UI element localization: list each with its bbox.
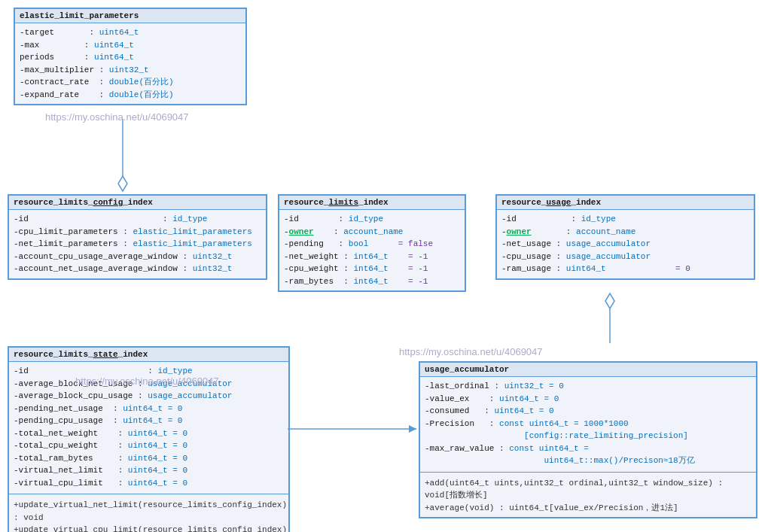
divider-usage-methods [420, 472, 756, 473]
title-usage-accumulator: usage_accumulator [420, 363, 756, 377]
body-resource-limits-index: -id : id_type -owner : account_name -pen… [279, 210, 465, 290]
field-target: -target : uint64_t [20, 26, 241, 39]
field-net-weight: -net_weight : int64_t = -1 [284, 251, 460, 263]
svg-marker-3 [605, 293, 614, 309]
methods-usage-accumulator: +add(uint64_t uints,uint32_t ordinal,uin… [420, 474, 756, 518]
field-total-net-wt: -total_net_weight : uint64_t = 0 [14, 427, 284, 440]
title-resource-limits-index: resource_limits_index [279, 196, 465, 210]
field-cpu-avg-window: -account_cpu_usage_average_window : uint… [14, 251, 261, 263]
field-max-raw-value: -max_raw_value : const uint64_t = [425, 442, 751, 455]
field-ram-usage: -ram_usage : uint64_t = 0 [501, 263, 749, 275]
field-max-raw-note: uint64_t::max()/Precison≈18万亿 [425, 454, 751, 467]
field-owner2: -owner : account_name [501, 226, 749, 239]
field-cpu-limit: -cpu_limit_parameters : elastic_limit_pa… [14, 226, 261, 239]
field-precision: -Precision : const uint64_t = 1000*1000 [425, 418, 751, 430]
body-usage-accumulator: -last_ordinal : uint32_t = 0 -value_ex :… [420, 377, 756, 470]
field-total-ram-bytes: -total_ram_bytes : uint64_t = 0 [14, 452, 284, 465]
field-id: -id : id_type [14, 213, 261, 226]
field-cpu-usage: -cpu_usage : usage_accumulator [501, 251, 749, 263]
field-last-ordinal: -last_ordinal : uint32_t = 0 [425, 380, 751, 393]
body-resource-limits-config-index: -id : id_type -cpu_limit_parameters : el… [9, 210, 266, 278]
svg-marker-5 [409, 425, 416, 433]
method-add: +add(uint64_t uints,uint32_t ordinal,uin… [425, 477, 751, 502]
box-resource-usage-index: resource_usage_index -id : id_type -owne… [495, 194, 755, 280]
watermark-3: https://my.oschina.net/u/4069047 [399, 346, 543, 357]
field-net-limit: -net_limit_parameters : elastic_limit_pa… [14, 238, 261, 251]
box-resource-limits-index: resource_limits_index -id : id_type -own… [278, 194, 466, 292]
field-net-avg-window: -account_net_usage_average_window : uint… [14, 263, 261, 275]
title-resource-usage-index: resource_usage_index [497, 196, 754, 210]
method-average: +average(void) : uint64_t[value_ex/Preci… [425, 502, 751, 515]
field-consumed: -consumed : uint64_t = 0 [425, 405, 751, 418]
box-resource-limits-state-index: resource_limits_state_index -id : id_typ… [8, 346, 290, 532]
method-update-cpu: +update_virtual_cpu_limit(resource_limit… [14, 524, 284, 532]
body-resource-limits-state-index: -id : id_type -average_block_net_usage :… [9, 362, 288, 492]
body-elastic-limit-parameters: -target : uint64_t -max : uint64_t perio… [15, 23, 245, 104]
method-update-net: +update_virtual_net_limit(resource_limit… [14, 499, 284, 524]
body-resource-usage-index: -id : id_type -owner : account_name -net… [497, 210, 754, 278]
field-id2: -id : id_type [284, 213, 460, 226]
field-id4: -id : id_type [14, 365, 284, 378]
field-pending: -pending : bool = false [284, 238, 460, 251]
box-elastic-limit-parameters: elastic_limit_parameters -target : uint6… [14, 8, 247, 105]
field-net-usage: -net_usage : usage_accumulator [501, 238, 749, 251]
field-id3: -id : id_type [501, 213, 749, 226]
box-resource-limits-config-index: resource_limits_config_index -id : id_ty… [8, 194, 267, 280]
title-resource-limits-state-index: resource_limits_state_index [9, 348, 288, 362]
title-text: elastic_limit_parameters [20, 11, 139, 20]
svg-marker-1 [118, 176, 127, 191]
field-virtual-cpu-lim: -virtual_cpu_limit : uint64_t = 0 [14, 477, 284, 490]
field-precision-note: [config::rate_limiting_precision] [425, 430, 751, 442]
field-cpu-weight: -cpu_weight : int64_t = -1 [284, 263, 460, 275]
divider-state-methods [9, 494, 288, 494]
field-owner: -owner : account_name [284, 226, 460, 239]
field-value-ex: -value_ex : uint64_t = 0 [425, 393, 751, 406]
field-ram-bytes: -ram_bytes : int64_t = -1 [284, 275, 460, 288]
field-max: -max : uint64_t [20, 39, 241, 52]
field-pending-cpu: -pending_cpu_usage : uint64_t = 0 [14, 415, 284, 427]
diagram-container: elastic_limit_parameters -target : uint6… [0, 0, 765, 532]
field-avg-block-net: -average_block_net_usage : usage_accumul… [14, 378, 284, 391]
field-max-multiplier: -max_multiplier : uint32_t [20, 64, 241, 77]
watermark-1: https://my.oschina.net/u/4069047 [45, 111, 189, 123]
methods-resource-limits-state-index: +update_virtual_net_limit(resource_limit… [9, 496, 288, 532]
field-expand-rate: -expand_rate : double(百分比) [20, 89, 241, 102]
title-elastic-limit-parameters: elastic_limit_parameters [15, 9, 245, 23]
field-avg-block-cpu: -average_block_cpu_usage : usage_accumul… [14, 390, 284, 403]
title-resource-limits-config-index: resource_limits_config_index [9, 196, 266, 210]
field-total-cpu-wt: -total_cpu_weight : uint64_t = 0 [14, 439, 284, 452]
field-virtual-net-lim: -virtual_net_limit : uint64_t = 0 [14, 464, 284, 477]
field-periods: periods : uint64_t [20, 51, 241, 64]
field-pending-net: -pending_net_usage : uint64_t = 0 [14, 403, 284, 415]
box-usage-accumulator: usage_accumulator -last_ordinal : uint32… [419, 361, 757, 518]
field-contract-rate: -contract_rate : double(百分比) [20, 76, 241, 89]
